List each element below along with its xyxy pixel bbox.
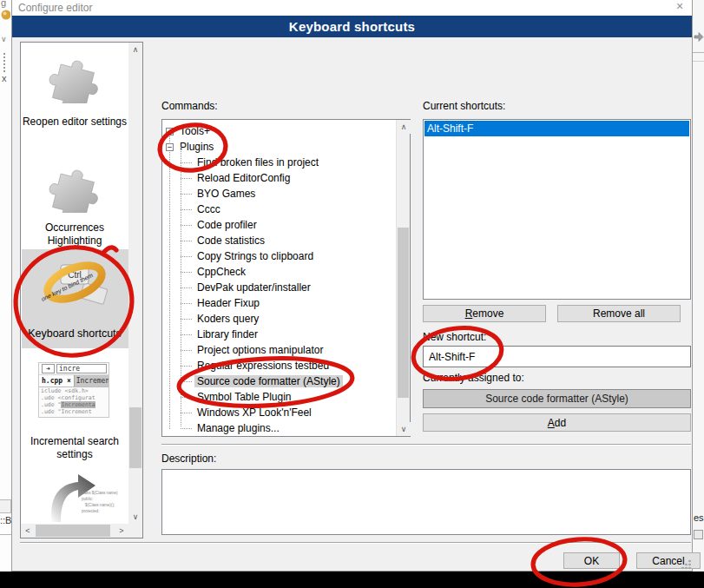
tree-expand-icon[interactable]: + <box>166 128 174 135</box>
tree-item-label: Reload EditorConfig <box>194 172 293 184</box>
tree-item-tools[interactable]: +Tools+ <box>163 123 395 139</box>
background-box-fragment <box>694 530 703 539</box>
svg-text:protected:: protected: <box>82 509 99 513</box>
tree-connector <box>181 202 192 210</box>
svg-text:public:: public: <box>82 497 93 501</box>
scroll-down-icon[interactable]: ∨ <box>397 422 411 436</box>
scrollbar-thumb[interactable] <box>398 228 409 398</box>
tree-item-koders-query[interactable]: Koders query <box>163 311 395 327</box>
background-text-fragment: es <box>694 512 704 523</box>
sidebar-item-occurrences-highlighting[interactable]: Occurrences Highlighting <box>21 221 128 248</box>
currently-assigned-label: Currently assigned to: <box>423 372 524 384</box>
svg-text:class $(Class name): class $(Class name) <box>82 491 118 495</box>
background-app-left-strip: g ∨ x ::B <box>0 0 11 573</box>
tree-item-project-options-manipulator[interactable]: Project options manipulator <box>163 342 395 358</box>
tree-item-regular-expressions-testbed[interactable]: Regular expressions testbed <box>163 358 395 373</box>
current-shortcuts-label: Current shortcuts: <box>423 100 505 112</box>
scrollbar-corner <box>128 524 142 538</box>
tree-item-label: BYO Games <box>194 188 258 200</box>
toolbar-icon <box>0 9 10 21</box>
tree-item-cccc[interactable]: Cccc <box>163 202 395 217</box>
add-button[interactable]: Add <box>423 413 691 432</box>
tree-connector <box>181 406 192 413</box>
scrollbar-thumb[interactable] <box>36 525 110 537</box>
tree-connector <box>181 327 192 335</box>
sidebar-horizontal-scrollbar[interactable]: < > <box>21 524 128 538</box>
tree-collapse-icon[interactable]: − <box>166 143 174 151</box>
tree-connector <box>181 218 192 226</box>
tree-item-label: Library finder <box>194 328 260 340</box>
curved-arrow-icon: class $(Class name) public: $(Class name… <box>42 472 120 524</box>
dialog-titlebar: Configure editor × <box>12 0 692 16</box>
background-text-fragment: ::B <box>0 515 11 525</box>
tree-item-manage-plugins[interactable]: Manage plugins... <box>163 420 395 435</box>
scrollbar-thumb[interactable] <box>129 407 141 468</box>
shortcut-list-item[interactable]: Alt-Shift-F <box>424 121 689 136</box>
ring-ctrl-icon: Ctrl one key to bind them <box>36 256 115 312</box>
tree-connector <box>181 234 192 241</box>
scroll-down-icon[interactable]: ∨ <box>128 510 142 524</box>
sidebar-vertical-scrollbar[interactable]: ∧ ∨ <box>128 43 142 524</box>
tree-item-label: Find broken files in project <box>194 156 321 168</box>
tree-item-label: DevPak updater/installer <box>194 281 313 294</box>
tree-item-label: Windows XP Look'n'Feel <box>194 406 314 419</box>
search-next-icon: ➔ <box>42 364 55 373</box>
tree-item-label: Source code formatter (AStyle) <box>194 375 343 387</box>
tree-item-copy-strings-to-clipboard[interactable]: Copy Strings to clipboard <box>163 248 395 264</box>
divider <box>20 542 691 544</box>
new-shortcut-input[interactable] <box>423 346 691 367</box>
background-text-fragment: g <box>1 0 6 8</box>
tree-connector <box>181 281 192 288</box>
tree-item-cppcheck[interactable]: CppCheck <box>163 264 395 280</box>
tree-item-code-profiler[interactable]: Code profiler <box>163 217 395 233</box>
tree-item-reload-editorconfig[interactable]: Reload EditorConfig <box>163 170 395 186</box>
chevron-down-icon[interactable]: ∨ <box>1 35 7 43</box>
tree-connector <box>181 249 192 257</box>
scroll-right-icon[interactable]: > <box>115 524 128 538</box>
tree-item-library-finder[interactable]: Library finder <box>163 327 395 342</box>
sidebar-item-reopen-editor-settings[interactable]: Reopen editor settings <box>21 116 128 129</box>
description-label: Description: <box>161 453 216 465</box>
tree-item-label: Project options manipulator <box>194 344 326 356</box>
tree-item-code-statistics[interactable]: Code statistics <box>163 233 395 248</box>
description-textarea[interactable] <box>161 469 691 535</box>
tree-item-find-broken-files-in-project[interactable]: Find broken files in project <box>163 155 395 170</box>
tree-item-label: Tools+ <box>177 125 213 137</box>
settings-category-list: Reopen editor settings Occurrences Highl… <box>20 42 143 538</box>
currently-assigned-value: Source code formatter (AStyle) <box>423 389 691 408</box>
mini-tab: h.cpp × <box>39 375 75 386</box>
tree-vertical-scrollbar[interactable]: ∧ ∨ <box>396 120 410 436</box>
background-app-right-strip: es <box>693 0 704 573</box>
tree-item-source-code-formatter-astyle[interactable]: Source code formatter (AStyle) <box>163 373 395 389</box>
resize-grip[interactable] <box>681 559 691 570</box>
tree-item-devpak-updater-installer[interactable]: DevPak updater/installer <box>163 280 395 295</box>
tree-connector <box>181 343 192 351</box>
tree-item-byo-games[interactable]: BYO Games <box>163 186 395 202</box>
drag-handle-icon[interactable] <box>3 53 5 72</box>
tree-item-symbol-table-plugin[interactable]: Symbol Table Plugin <box>163 389 395 405</box>
screenshot-root: g ∨ x ::B es Configure editor × Keyboard… <box>0 0 704 588</box>
panel-close-icon[interactable]: x <box>2 73 7 83</box>
tree-item-plugins[interactable]: −Plugins <box>163 139 395 155</box>
commands-tree: +Tools+−PluginsFind broken files in proj… <box>161 119 411 437</box>
ok-button[interactable]: OK <box>563 552 620 569</box>
tree-item-windows-xp-look-n-feel[interactable]: Windows XP Look'n'Feel <box>163 405 395 420</box>
remove-button[interactable]: Remove <box>423 305 546 322</box>
sidebar-item-keyboard-shortcuts[interactable]: Keyboard shortcuts <box>21 327 128 340</box>
remove-all-button[interactable]: Remove all <box>557 305 681 322</box>
scroll-up-icon[interactable]: ∧ <box>128 43 142 56</box>
scroll-left-icon[interactable]: < <box>21 524 35 538</box>
tree-connector <box>181 187 192 195</box>
mini-tab2: Incremen <box>75 375 109 386</box>
divider <box>693 61 704 62</box>
tree-connector <box>181 312 192 320</box>
current-shortcuts-list: Alt-Shift-F <box>423 119 691 300</box>
tree-connector <box>181 359 192 367</box>
tree-item-header-fixup[interactable]: Header Fixup <box>163 295 395 311</box>
commands-tree-inner: +Tools+−PluginsFind broken files in proj… <box>163 121 395 435</box>
sidebar-item-incremental-search-settings[interactable]: Incremental search settings <box>21 435 128 461</box>
close-icon[interactable]: × <box>673 0 687 14</box>
scroll-up-icon[interactable]: ∧ <box>397 120 411 134</box>
divider <box>0 534 11 535</box>
tree-item-label: Code statistics <box>194 235 267 247</box>
